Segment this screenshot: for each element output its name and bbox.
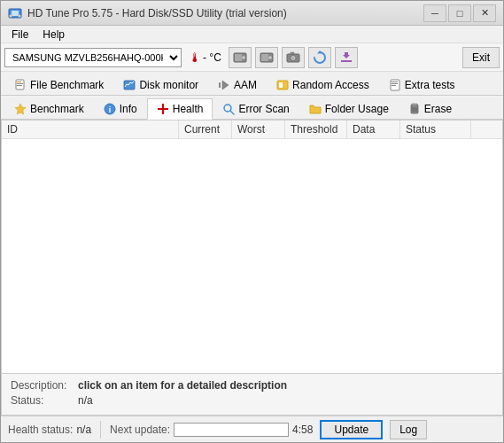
hdd-copy-button[interactable] xyxy=(229,47,252,68)
folder-usage-icon xyxy=(309,103,322,115)
svg-point-2 xyxy=(10,14,12,17)
col-worst: Worst xyxy=(232,120,285,138)
status-label: Status: xyxy=(11,394,73,407)
table-header: ID Current Worst Threshold Data Status xyxy=(2,120,502,139)
next-update-label: Next update: xyxy=(110,424,170,436)
tab-extra-tests[interactable]: Extra tests xyxy=(379,74,465,95)
log-button[interactable]: Log xyxy=(390,420,427,439)
erase-label: Erase xyxy=(424,103,452,115)
status-row: Status: n/a xyxy=(11,394,493,407)
tab-disk-monitor[interactable]: Disk monitor xyxy=(113,74,208,95)
title-buttons: ─ □ ✕ xyxy=(423,4,496,22)
tab-health[interactable]: Health xyxy=(147,98,213,120)
tab-aam[interactable]: AAM xyxy=(208,74,267,95)
download-button[interactable] xyxy=(335,47,358,68)
description-label: Description: xyxy=(11,379,73,392)
tabs-row2: Benchmark i Info Health Error Scan xyxy=(1,96,503,120)
folder-usage-label: Folder Usage xyxy=(325,103,389,115)
progress-bar xyxy=(174,423,289,437)
aam-label: AAM xyxy=(234,79,257,91)
svg-rect-5 xyxy=(235,54,242,61)
title-bar: HD Tune Pro 5.75 - Hard Disk/SSD Utility… xyxy=(1,1,503,26)
title-bar-left: HD Tune Pro 5.75 - Hard Disk/SSD Utility… xyxy=(8,6,287,20)
tab-error-scan[interactable]: Error Scan xyxy=(213,97,299,119)
menu-bar: File Help xyxy=(1,26,503,43)
temperature-display: 🌡 - °C xyxy=(185,51,225,65)
file-benchmark-icon xyxy=(14,79,27,91)
svg-rect-39 xyxy=(412,104,417,105)
maximize-button[interactable]: □ xyxy=(448,4,471,22)
svg-rect-15 xyxy=(341,60,352,62)
col-id: ID xyxy=(2,120,179,138)
disk-monitor-icon xyxy=(123,79,136,91)
tab-erase[interactable]: Erase xyxy=(399,97,461,119)
svg-rect-24 xyxy=(219,82,221,88)
app-icon xyxy=(8,6,22,20)
description-value: click on an item for a detailed descript… xyxy=(78,379,287,392)
info-label: Info xyxy=(120,103,137,115)
close-button[interactable]: ✕ xyxy=(473,4,496,22)
temp-unit: - °C xyxy=(203,51,221,64)
tab-benchmark[interactable]: Benchmark xyxy=(4,97,94,119)
svg-point-9 xyxy=(268,56,272,59)
refresh-button[interactable] xyxy=(308,47,331,68)
refresh-icon xyxy=(313,51,327,65)
tab-file-benchmark[interactable]: File Benchmark xyxy=(4,74,113,95)
svg-rect-28 xyxy=(392,82,398,82)
svg-rect-21 xyxy=(17,85,22,86)
benchmark-icon xyxy=(14,103,27,115)
aam-icon xyxy=(218,79,230,91)
tabs-row1: File Benchmark Disk monitor AAM Random A… xyxy=(1,72,503,96)
camera-button[interactable] xyxy=(282,47,305,68)
update-button[interactable]: Update xyxy=(320,420,383,439)
health-status-label: Health status: xyxy=(8,424,73,436)
svg-rect-20 xyxy=(17,83,23,84)
hdd-copy2-button[interactable] xyxy=(255,47,278,68)
health-icon xyxy=(157,103,169,115)
bottom-info: Description: click on an item for a deta… xyxy=(2,373,502,415)
tab-folder-usage[interactable]: Folder Usage xyxy=(299,97,399,119)
svg-point-6 xyxy=(242,56,245,59)
drive-select[interactable]: SAMSUNG MZVLB256HAHQ-000H1 (256 ▼ xyxy=(4,48,182,67)
svg-rect-35 xyxy=(158,108,168,110)
health-label: Health xyxy=(173,103,204,115)
thermometer-icon: 🌡 xyxy=(189,51,201,65)
table-body xyxy=(2,139,502,373)
svg-rect-17 xyxy=(345,52,348,57)
col-status: Status xyxy=(400,120,471,138)
download-icon xyxy=(339,51,353,65)
tab-info[interactable]: i Info xyxy=(94,97,147,119)
help-menu[interactable]: Help xyxy=(35,27,72,43)
hdd2-icon xyxy=(260,51,274,65)
random-access-label: Random Access xyxy=(292,79,369,91)
svg-marker-31 xyxy=(15,104,26,114)
extra-tests-icon xyxy=(389,79,401,91)
erase-icon xyxy=(408,103,421,115)
window-title: HD Tune Pro 5.75 - Hard Disk/SSD Utility… xyxy=(27,7,287,19)
svg-rect-29 xyxy=(392,83,398,84)
svg-rect-13 xyxy=(291,52,294,55)
main-window: HD Tune Pro 5.75 - Hard Disk/SSD Utility… xyxy=(0,0,504,443)
camera-icon xyxy=(286,51,300,65)
minimize-button[interactable]: ─ xyxy=(423,4,446,22)
health-status-section: Health status: n/a xyxy=(8,424,91,436)
col-data: Data xyxy=(347,120,400,138)
svg-point-3 xyxy=(19,14,21,17)
info-icon: i xyxy=(104,103,116,115)
file-menu[interactable]: File xyxy=(4,27,35,43)
next-update-section: Next update: 4:58 xyxy=(110,423,313,437)
svg-line-37 xyxy=(230,111,234,114)
svg-point-12 xyxy=(291,57,294,59)
extra-tests-label: Extra tests xyxy=(405,79,455,91)
description-row: Description: click on an item for a deta… xyxy=(11,379,493,392)
tab-random-access[interactable]: Random Access xyxy=(267,74,379,95)
col-threshold: Threshold xyxy=(285,120,347,138)
col-current: Current xyxy=(179,120,232,138)
svg-text:i: i xyxy=(108,105,111,114)
error-scan-icon xyxy=(222,103,235,115)
svg-rect-26 xyxy=(279,82,283,88)
random-access-icon xyxy=(276,79,289,91)
exit-button[interactable]: Exit xyxy=(462,47,500,68)
content-area: ID Current Worst Threshold Data Status D… xyxy=(1,120,503,416)
svg-rect-18 xyxy=(16,80,24,89)
